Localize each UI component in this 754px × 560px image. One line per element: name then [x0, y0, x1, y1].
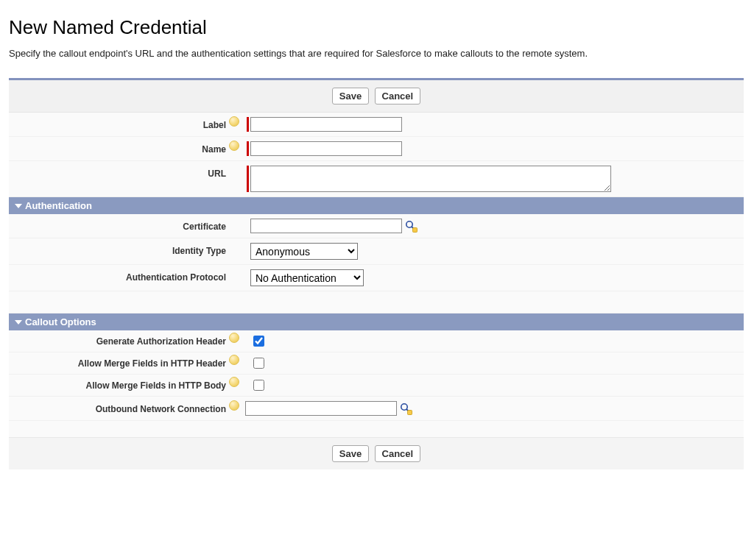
help-icon[interactable] [229, 355, 239, 365]
label-url: URL [9, 166, 226, 179]
basic-fields: Label Name URL [9, 113, 744, 197]
row-auth-protocol: Authentication Protocol No Authenticatio… [9, 265, 744, 291]
spacer [9, 421, 744, 437]
svg-rect-2 [413, 228, 417, 233]
gen-auth-header-checkbox[interactable] [253, 336, 264, 347]
help-icon[interactable] [229, 116, 239, 127]
page-title: New Named Credential [9, 16, 744, 39]
row-merge-header: Allow Merge Fields in HTTP Header [9, 352, 744, 375]
label-identity-type: Identity Type [9, 243, 226, 256]
section-header-callout[interactable]: Callout Options [9, 313, 744, 330]
button-bar-top: Save Cancel [9, 80, 744, 113]
label-input[interactable] [250, 117, 402, 132]
url-input[interactable] [250, 166, 611, 192]
row-identity-type: Identity Type Anonymous [9, 238, 744, 265]
page-description: Specify the callout endpoint's URL and t… [9, 48, 744, 59]
help-icon[interactable] [229, 400, 239, 411]
identity-type-select[interactable]: Anonymous [250, 243, 358, 260]
outbound-input[interactable] [245, 401, 397, 416]
row-merge-body: Allow Merge Fields in HTTP Body [9, 375, 744, 397]
label-gen-auth-header: Generate Authorization Header [9, 333, 226, 347]
auth-protocol-select[interactable]: No Authentication [250, 269, 364, 286]
save-button[interactable]: Save [332, 445, 369, 462]
button-bar-bottom: Save Cancel [9, 437, 744, 469]
label-merge-body: Allow Merge Fields in HTTP Body [9, 378, 226, 391]
help-icon[interactable] [229, 141, 239, 151]
label-certificate: Certificate [9, 219, 226, 232]
row-name: Name [9, 137, 744, 161]
svg-rect-5 [408, 411, 412, 415]
required-indicator [247, 141, 249, 156]
label-auth-protocol: Authentication Protocol [9, 269, 226, 283]
svg-point-3 [401, 404, 407, 410]
section-title: Callout Options [25, 316, 96, 327]
merge-header-checkbox[interactable] [253, 358, 264, 369]
label-outbound: Outbound Network Connection [9, 401, 226, 414]
help-icon[interactable] [229, 333, 239, 343]
name-input[interactable] [250, 141, 402, 156]
required-indicator [247, 166, 249, 192]
section-title: Authentication [25, 200, 92, 211]
row-url: URL [9, 161, 744, 197]
row-gen-auth-header: Generate Authorization Header [9, 330, 744, 352]
certificate-input[interactable] [250, 219, 402, 233]
help-icon[interactable] [229, 377, 239, 387]
svg-point-0 [406, 221, 412, 227]
chevron-down-icon [15, 204, 22, 208]
merge-body-checkbox[interactable] [253, 380, 264, 391]
row-outbound: Outbound Network Connection [9, 397, 744, 421]
label-label: Label [9, 117, 226, 130]
row-label: Label [9, 113, 744, 137]
lookup-icon[interactable] [404, 219, 417, 233]
form-shell: Save Cancel Label Name URL [9, 78, 744, 469]
save-button[interactable]: Save [332, 88, 369, 104]
section-header-authentication[interactable]: Authentication [9, 197, 744, 214]
label-name: Name [9, 141, 226, 155]
cancel-button[interactable]: Cancel [375, 445, 421, 462]
callout-fields: Generate Authorization Header Allow Merg… [9, 330, 744, 437]
authentication-fields: Certificate Identity Type Anonymous [9, 214, 744, 313]
label-merge-header: Allow Merge Fields in HTTP Header [9, 355, 226, 369]
spacer [9, 291, 744, 313]
cancel-button[interactable]: Cancel [375, 88, 421, 104]
required-indicator [247, 117, 249, 132]
chevron-down-icon [15, 320, 22, 325]
lookup-icon[interactable] [399, 402, 412, 415]
row-certificate: Certificate [9, 214, 744, 238]
